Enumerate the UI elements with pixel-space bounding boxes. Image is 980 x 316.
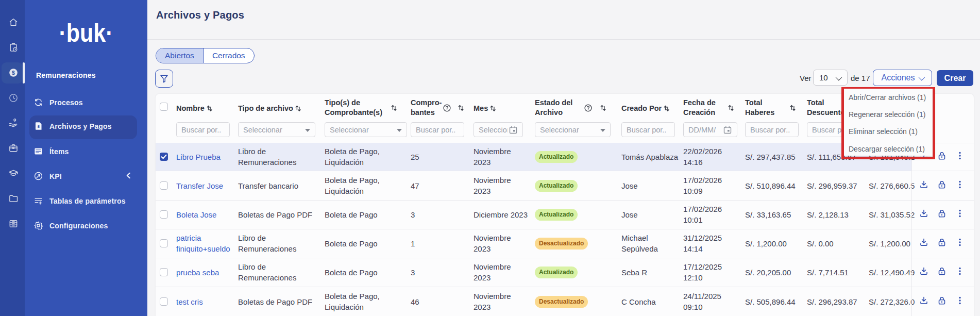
svg-text:$: $ [12,70,15,76]
svg-text:s: s [38,124,40,129]
